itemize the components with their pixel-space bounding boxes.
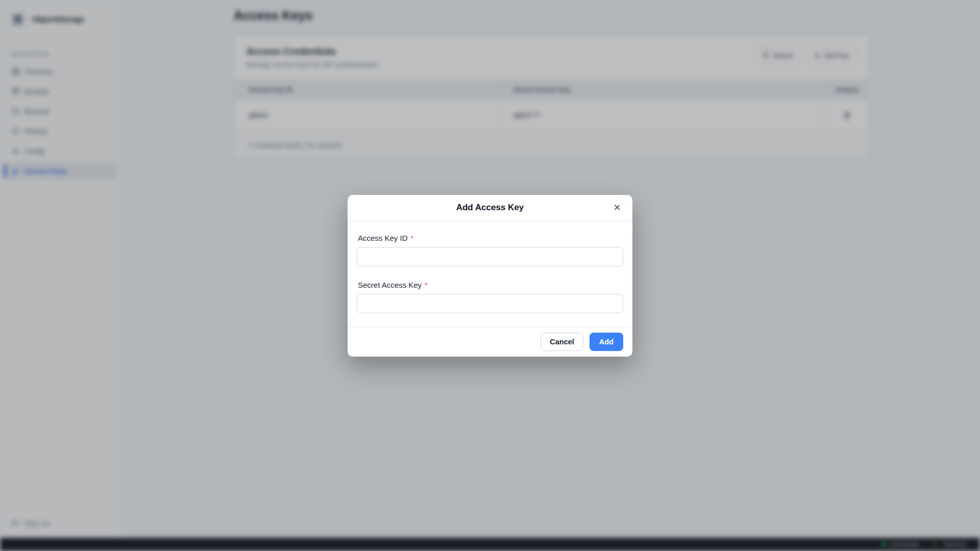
field-label-text: Secret Access Key	[358, 281, 422, 289]
field-label-text: Access Key ID	[358, 234, 408, 242]
modal-layer: Add Access Key ✕ Access Key ID * Secret …	[0, 0, 980, 551]
modal-footer: Cancel Add	[348, 327, 632, 357]
secret-access-key-input[interactable]	[357, 294, 623, 313]
modal-body: Access Key ID * Secret Access Key *	[348, 221, 632, 327]
app-root: ObjectStorage NAVIGATION Overview	[0, 0, 980, 551]
close-icon[interactable]: ✕	[610, 201, 624, 215]
add-access-key-modal: Add Access Key ✕ Access Key ID * Secret …	[348, 195, 632, 357]
required-marker: *	[425, 281, 427, 289]
add-button[interactable]: Add	[590, 333, 623, 351]
cancel-button[interactable]: Cancel	[541, 333, 583, 351]
required-marker: *	[411, 234, 413, 242]
modal-title: Add Access Key	[456, 203, 524, 213]
modal-header: Add Access Key ✕	[348, 195, 632, 221]
access-key-id-input[interactable]	[357, 247, 623, 266]
secret-access-key-label: Secret Access Key *	[358, 281, 623, 289]
access-key-id-label: Access Key ID *	[358, 234, 623, 242]
